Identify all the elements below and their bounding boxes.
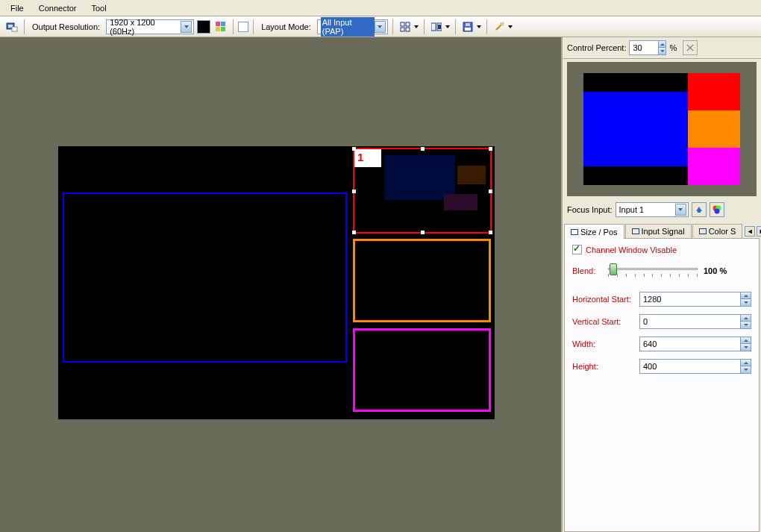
color-picker-icon[interactable] <box>213 19 228 34</box>
svg-rect-3 <box>216 22 220 26</box>
blend-slider[interactable] <box>608 263 698 278</box>
window-input-blue[interactable] <box>63 193 347 363</box>
preview-panel <box>567 62 757 196</box>
h-start-spin[interactable] <box>639 292 751 307</box>
main: 1 Control Percent: % <box>0 37 761 532</box>
window-input-red-selected[interactable]: 1 <box>353 148 492 234</box>
preview-blue <box>583 92 688 166</box>
svg-rect-5 <box>216 27 220 31</box>
blend-label: Blend: <box>572 266 602 275</box>
menu-tool[interactable]: Tool <box>84 1 114 15</box>
svg-rect-7 <box>401 22 404 26</box>
control-percent-spin[interactable] <box>629 40 666 55</box>
svg-point-24 <box>714 209 719 214</box>
channel-visible-checkbox[interactable] <box>572 245 582 254</box>
toolbar-checkbox[interactable] <box>238 22 248 32</box>
control-percent-label: Control Percent: <box>567 43 626 52</box>
preview-thumb <box>444 194 477 210</box>
svg-rect-6 <box>221 27 225 31</box>
wand-tool[interactable] <box>492 19 513 34</box>
h-start-label: Horizontal Start: <box>572 295 639 304</box>
tab-color[interactable]: Color S <box>692 224 743 238</box>
tab-nav-left[interactable]: ◄ <box>745 226 755 237</box>
menu-connector[interactable]: Connector <box>31 1 84 15</box>
bg-color-swatch[interactable] <box>197 20 210 34</box>
tabs: Size / Pos Input Signal Color S ◄ ► <box>564 223 760 239</box>
window-number-label: 1 <box>354 149 381 167</box>
preview-orange <box>688 110 740 148</box>
svg-rect-8 <box>406 22 410 26</box>
tab-input-signal[interactable]: Input Signal <box>625 224 692 238</box>
svg-rect-9 <box>401 28 404 31</box>
output-res-combo[interactable]: 1920 x 1200 (60Hz) <box>106 19 194 34</box>
up-arrow-button[interactable] <box>692 202 707 217</box>
layout-mode-label: Layout Mode: <box>258 22 314 31</box>
percent-sign: % <box>669 43 677 52</box>
svg-rect-15 <box>465 28 471 31</box>
rgb-circles-button[interactable] <box>710 202 724 217</box>
svg-rect-13 <box>438 25 441 29</box>
v-start-spin[interactable] <box>639 314 751 329</box>
channel-visible-label: Channel Window Visable <box>586 245 677 254</box>
preview-canvas <box>583 73 740 185</box>
svg-rect-10 <box>406 28 410 31</box>
svg-rect-16 <box>466 23 470 26</box>
focus-input-label: Focus Input: <box>567 205 613 214</box>
svg-rect-2 <box>12 27 17 31</box>
svg-rect-21 <box>698 210 701 213</box>
focus-input-combo[interactable]: Input 1 <box>616 202 689 217</box>
height-label: Height: <box>572 362 639 371</box>
layout-mode-combo[interactable]: All Input (PAP) <box>317 19 388 34</box>
preview-thumb <box>384 155 455 200</box>
toolbar: Output Resolution: 1920 x 1200 (60Hz) La… <box>0 16 761 37</box>
window-input-orange[interactable] <box>353 239 491 322</box>
svg-rect-11 <box>431 23 436 31</box>
grid-tool[interactable] <box>398 19 419 34</box>
size-pos-panel: Channel Window Visable Blend: 100 % Hori… <box>564 239 760 532</box>
preview-thumb <box>457 166 486 184</box>
height-spin[interactable] <box>639 359 751 374</box>
width-spin[interactable] <box>639 337 751 351</box>
device-icon[interactable] <box>4 19 19 34</box>
canvas-area[interactable]: 1 <box>0 37 563 532</box>
side-panel: Control Percent: % Focus Input: Input 1 <box>563 37 761 532</box>
close-button[interactable] <box>683 40 698 55</box>
svg-rect-4 <box>221 22 225 26</box>
output-res-label: Output Resolution: <box>29 22 103 31</box>
tab-size-pos[interactable]: Size / Pos <box>564 224 624 239</box>
width-label: Width: <box>572 339 639 348</box>
save-tool[interactable] <box>460 19 482 34</box>
tab-nav-right[interactable]: ► <box>757 226 761 237</box>
split-tool[interactable] <box>429 19 451 34</box>
preview-magenta <box>688 148 740 185</box>
menu-file[interactable]: File <box>3 1 31 15</box>
blend-value: 100 % <box>704 266 727 275</box>
v-start-label: Vertical Start: <box>572 317 639 326</box>
window-input-magenta[interactable] <box>353 328 491 412</box>
menubar: File Connector Tool <box>0 0 761 16</box>
preview-red <box>688 73 740 110</box>
